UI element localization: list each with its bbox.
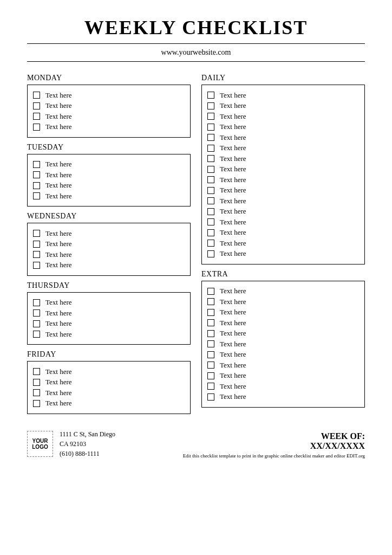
checkbox[interactable]	[33, 320, 40, 327]
checkbox[interactable]	[207, 330, 214, 337]
item-text: Text here	[45, 330, 72, 339]
item-text: Text here	[220, 197, 246, 205]
logo-placeholder: YOUR LOGO	[27, 431, 53, 457]
checkbox[interactable]	[207, 298, 214, 305]
list-item: Text here	[207, 91, 359, 100]
checkbox[interactable]	[207, 197, 214, 204]
divider-bottom	[27, 61, 365, 62]
list-item: Text here	[207, 298, 359, 306]
checkbox[interactable]	[33, 368, 40, 375]
item-text: Text here	[45, 367, 72, 376]
checkbox[interactable]	[33, 171, 40, 178]
checkbox[interactable]	[33, 379, 40, 386]
item-text: Text here	[220, 228, 246, 237]
section-title: EXTRA	[201, 270, 365, 279]
list-item: Text here	[33, 122, 185, 131]
list-item: Text here	[207, 154, 359, 163]
checkbox[interactable]	[207, 383, 214, 390]
checkbox[interactable]	[33, 309, 40, 317]
checkbox[interactable]	[207, 187, 214, 194]
checkbox[interactable]	[33, 262, 40, 269]
item-text: Text here	[220, 308, 246, 317]
list-item: Text here	[207, 340, 359, 349]
section-title: FRIDAY	[27, 350, 191, 359]
checkbox[interactable]	[33, 400, 40, 407]
list-item: Text here	[33, 250, 185, 259]
checkbox[interactable]	[207, 288, 214, 295]
checkbox[interactable]	[207, 124, 214, 131]
item-text: Text here	[220, 101, 246, 110]
checkbox[interactable]	[207, 351, 214, 358]
item-text: Text here	[220, 91, 246, 100]
contact-phone: (610) 888-1111	[60, 449, 115, 459]
item-text: Text here	[45, 91, 72, 100]
checkbox[interactable]	[33, 161, 40, 168]
checkbox[interactable]	[33, 389, 40, 396]
checkbox[interactable]	[33, 251, 40, 258]
item-text: Text here	[45, 171, 72, 179]
item-text: Text here	[220, 112, 246, 121]
checkbox[interactable]	[207, 240, 214, 247]
list-item: Text here	[33, 389, 185, 397]
checkbox[interactable]	[207, 176, 214, 183]
section-box: Text hereText hereText hereText here	[27, 154, 191, 207]
checkbox[interactable]	[207, 92, 214, 99]
checkbox[interactable]	[207, 393, 214, 401]
checkbox[interactable]	[207, 319, 214, 326]
list-item: Text here	[33, 240, 185, 248]
list-item: Text here	[33, 101, 185, 110]
section-box: Text hereText hereText hereText hereText…	[201, 85, 365, 264]
list-item: Text here	[207, 287, 359, 295]
checkbox[interactable]	[207, 372, 214, 379]
list-item: Text here	[33, 378, 185, 386]
checkbox[interactable]	[33, 124, 40, 131]
checkbox[interactable]	[33, 102, 40, 109]
checkbox[interactable]	[33, 192, 40, 199]
section-tuesday: TUESDAYText hereText hereText hereText h…	[27, 143, 191, 207]
item-text: Text here	[220, 298, 246, 306]
item-text: Text here	[45, 181, 72, 190]
item-text: Text here	[45, 298, 72, 307]
item-text: Text here	[45, 309, 72, 318]
checkbox[interactable]	[207, 229, 214, 236]
checkbox[interactable]	[207, 113, 214, 120]
list-item: Text here	[33, 319, 185, 328]
checkbox[interactable]	[207, 102, 214, 109]
footnote: Edit this checklist template to print in…	[183, 453, 365, 459]
list-item: Text here	[207, 197, 359, 205]
checkbox[interactable]	[207, 134, 214, 141]
page-title: WEEKLY CHECKLIST	[27, 16, 365, 39]
checkbox[interactable]	[33, 92, 40, 99]
checkbox[interactable]	[33, 299, 40, 306]
checkbox[interactable]	[207, 309, 214, 316]
checkbox[interactable]	[207, 218, 214, 225]
checkbox[interactable]	[33, 241, 40, 248]
list-item: Text here	[33, 192, 185, 201]
item-text: Text here	[220, 165, 246, 173]
item-text: Text here	[45, 101, 72, 110]
footer-right: WEEK OF: XX/XX/XXXX Edit this checklist …	[183, 431, 365, 459]
section-title: TUESDAY	[27, 143, 191, 152]
list-item: Text here	[207, 144, 359, 152]
section-box: Text hereText hereText hereText here	[27, 292, 191, 345]
item-text: Text here	[220, 350, 246, 359]
checkbox[interactable]	[207, 250, 214, 257]
list-item: Text here	[33, 298, 185, 307]
checkbox[interactable]	[207, 166, 214, 173]
item-text: Text here	[45, 378, 72, 386]
checkbox[interactable]	[33, 113, 40, 120]
checkbox[interactable]	[207, 208, 214, 215]
checkbox[interactable]	[207, 362, 214, 369]
item-text: Text here	[220, 319, 246, 327]
checkbox[interactable]	[33, 230, 40, 237]
checkbox[interactable]	[33, 182, 40, 189]
checkbox[interactable]	[207, 155, 214, 162]
checkbox[interactable]	[207, 340, 214, 347]
item-text: Text here	[45, 122, 72, 131]
checkbox[interactable]	[33, 331, 40, 338]
item-text: Text here	[220, 176, 246, 184]
section-extra: EXTRAText hereText hereText hereText her…	[201, 270, 365, 408]
checkbox[interactable]	[207, 145, 214, 152]
item-text: Text here	[220, 329, 246, 338]
list-item: Text here	[33, 330, 185, 339]
